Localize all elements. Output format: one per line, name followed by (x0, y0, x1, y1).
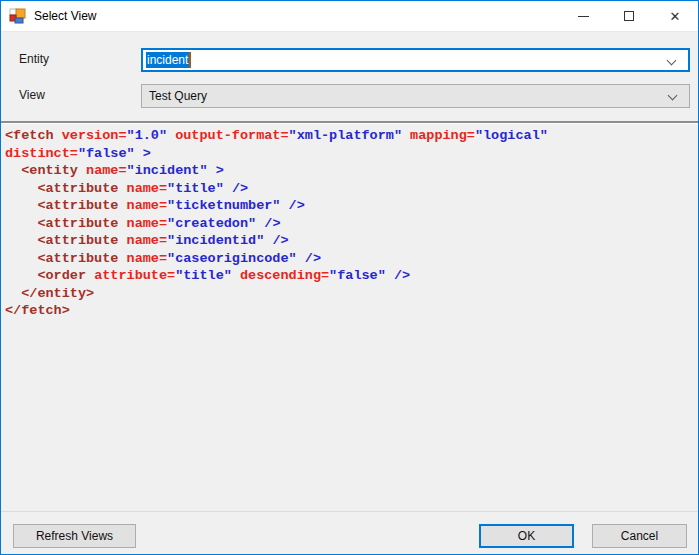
window-controls: ✕ (560, 1, 698, 31)
maximize-icon (624, 11, 634, 21)
view-selected-text: Test Query (149, 89, 207, 103)
view-label: View (19, 88, 45, 102)
window-title: Select View (34, 9, 96, 23)
titlebar: Select View ✕ (1, 1, 698, 32)
maximize-button[interactable] (606, 1, 652, 31)
button-panel: Refresh Views OK Cancel (1, 511, 698, 554)
close-icon: ✕ (670, 10, 681, 23)
view-combobox[interactable]: Test Query (141, 84, 690, 108)
close-button[interactable]: ✕ (652, 1, 698, 31)
cancel-button[interactable]: Cancel (592, 524, 687, 548)
minimize-icon (578, 16, 589, 17)
minimize-button[interactable] (560, 1, 606, 31)
select-view-window: Select View ✕ Entity incident View Test … (0, 0, 699, 555)
fetchxml-viewer[interactable]: <fetch version="1.0" output-format="xml-… (1, 124, 698, 511)
entity-combobox[interactable]: incident (141, 48, 690, 72)
entity-label: Entity (19, 52, 49, 66)
text-caret (189, 52, 191, 68)
ok-button[interactable]: OK (479, 524, 574, 548)
app-icon (9, 8, 27, 24)
chevron-down-icon[interactable] (669, 92, 677, 100)
entity-selected-text: incident (146, 52, 189, 68)
chevron-down-icon[interactable] (668, 57, 676, 65)
refresh-views-button[interactable]: Refresh Views (13, 524, 136, 548)
form-panel: Entity incident View Test Query (1, 33, 698, 121)
fetchxml-content: <fetch version="1.0" output-format="xml-… (5, 127, 698, 320)
